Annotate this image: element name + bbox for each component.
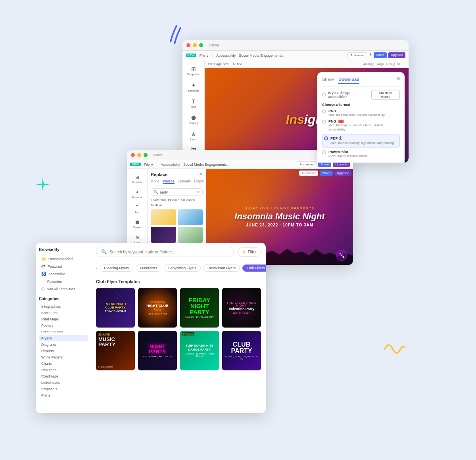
close-dot[interactable] [186, 43, 190, 47]
template-music[interactable]: 26 JUNE MUSICPARTY FREE ENTRY [96, 331, 135, 370]
file-menu[interactable]: File ∨ [200, 54, 209, 58]
sidebar-tool-text[interactable]: T Text [182, 96, 204, 111]
template-nightparty[interactable]: NIGHTPARTY $15 | FRIDAY, AUGUST 25 [138, 331, 177, 370]
tab-icons[interactable]: Icons [151, 179, 159, 184]
template-djnimoon[interactable]: DJ NIMOON NIGHT CLUB Party 24 & 25 AT: 8… [138, 288, 177, 328]
tab-uploads[interactable]: Uploads [178, 179, 191, 184]
w2-templates[interactable]: ⊞ Templates [127, 172, 147, 186]
cat-charts[interactable]: Charts [39, 360, 88, 367]
copy-icon[interactable]: ⧉ [397, 62, 400, 66]
all-text-link[interactable]: All text [232, 62, 242, 66]
replace-close-btn[interactable]: ✕ [199, 171, 203, 177]
file-menu-2[interactable]: File ∨ [144, 163, 154, 167]
accessibility-link-2[interactable]: Accessibility [161, 163, 180, 167]
template-friday[interactable]: FRIDAYNIGHTPARTY 10 AUGUST, 2024 FRIDAY [180, 288, 219, 328]
w2-text[interactable]: T Text [127, 202, 147, 216]
radio-pdf[interactable] [324, 136, 328, 140]
tab-photos[interactable]: Photos [163, 179, 175, 184]
cat-roadmaps[interactable]: Roadmaps [39, 373, 88, 380]
sidebar-tool-elements[interactable]: ✦ Elements [182, 80, 204, 94]
pill-fundraiser[interactable]: Fundraiser [136, 264, 161, 272]
dialog-close-btn[interactable]: ✕ [396, 75, 401, 82]
format-png[interactable]: PNG Ideal for small files. Limited acces… [322, 109, 400, 117]
check-issues-btn[interactable]: Check for issues [371, 90, 400, 100]
pill-club[interactable]: Club Flyers [242, 264, 266, 272]
cat-infographics[interactable]: Infographics [39, 303, 88, 310]
sidebar-favorites[interactable]: ♡ Favorites [39, 278, 88, 285]
group-btn[interactable]: Group [386, 62, 395, 66]
sidebar-all-templates[interactable]: ⊞ See All Templates [39, 285, 88, 293]
minimize-dot[interactable] [193, 43, 197, 47]
autoasset-btn[interactable]: Autoasset [347, 52, 367, 58]
replace-search-input[interactable] [160, 190, 195, 194]
cat-posters[interactable]: Posters [39, 322, 88, 329]
pill-babysitting[interactable]: Babysitting Flyers [164, 264, 201, 272]
maximize-dot-2[interactable] [144, 153, 148, 157]
search-input-main[interactable] [109, 250, 229, 254]
share-tab[interactable]: Share [322, 77, 334, 84]
edit-page-size[interactable]: Edit Page Size [208, 62, 228, 66]
clear-search-icon[interactable]: ✕ [197, 190, 200, 194]
autoasset-btn-2[interactable]: Autoasset [297, 161, 317, 167]
template-clubparty[interactable]: CLUBPaRTY 15 DEC, 2020 · DJ QUEEN · 10 P… [222, 331, 261, 370]
pill-cleaning[interactable]: Cleaning Flyers [100, 264, 133, 272]
filter-finance[interactable]: Finance [168, 198, 179, 202]
format-pdf[interactable]: PDF ⓘ Ideal for accessibility, hyperlink… [322, 134, 400, 147]
search-box[interactable]: 🔍 [96, 247, 234, 257]
social-media-link[interactable]: Social Media Engagements... [239, 54, 285, 58]
cat-mindmaps[interactable]: Mind Maps [39, 316, 88, 322]
more-icon[interactable]: ⋯ [402, 62, 405, 66]
accessibility-link[interactable]: Accessibility [216, 54, 236, 58]
minimize-dot-2[interactable] [137, 153, 141, 157]
filter-leadership[interactable]: Leadership [151, 198, 167, 202]
cat-diagrams[interactable]: Diagrams [39, 341, 88, 348]
close-dot-2[interactable] [131, 153, 135, 157]
format-png-premium[interactable]: PNG 🔴 Ideal for large or complex files. … [322, 119, 400, 132]
template-tgif[interactable]: Premium TGIF Smash HitsDance Party DJ Dl… [180, 331, 219, 370]
sidebar-recommended[interactable]: ⭐ Recommended [39, 255, 88, 263]
sidebar-tool-templates[interactable]: ⊞ Templates [182, 63, 204, 78]
arrange-btn[interactable]: Arrange [363, 62, 374, 66]
photo-thumb-4[interactable] [178, 227, 203, 243]
cat-plans[interactable]: Plans [39, 392, 88, 399]
cat-brochures[interactable]: Brochures [39, 310, 88, 316]
replace-search-box[interactable]: 🔍 ✕ [151, 188, 203, 196]
sidebar-accessible[interactable]: ♿ Accessible [39, 270, 88, 278]
cat-resumes[interactable]: Resumes [39, 367, 88, 373]
download-tab[interactable]: Download [338, 77, 359, 84]
format-powerpoint[interactable]: PowerPoint Download to present offline. [322, 150, 400, 158]
autoasset-2[interactable]: Autoasset [299, 171, 318, 176]
radio-png-premium[interactable] [322, 120, 326, 124]
align-btn[interactable]: Align [377, 62, 384, 66]
radio-powerpoint[interactable] [322, 150, 326, 154]
w2-elements[interactable]: ✦ Elements [127, 187, 147, 201]
photo-thumb-1[interactable] [151, 209, 176, 225]
cat-proposals[interactable]: Proposals [39, 386, 88, 392]
tab-logos[interactable]: Logos [194, 179, 204, 184]
share-btn-canvas2[interactable]: Share [320, 171, 333, 176]
sidebar-tool-shapes[interactable]: ⬟ Shapes [182, 112, 204, 127]
w2-shapes[interactable]: ⬟ Shapes [127, 217, 147, 231]
sidebar-featured[interactable]: 🏷 Featured [39, 263, 88, 270]
template-valentine[interactable]: THE VALENTINE'S NIGHT Valentine Party FR… [222, 288, 261, 328]
filter-button[interactable]: ⚡ Filter [237, 247, 261, 257]
photo-thumb-2[interactable] [178, 209, 203, 225]
pill-restaurant[interactable]: Restaurant Flyers [203, 264, 240, 272]
cat-presentations[interactable]: Presentations [39, 329, 88, 335]
cat-whitepapers[interactable]: White Papers [39, 354, 88, 360]
cat-flyers[interactable]: Flyers [39, 335, 88, 341]
prev-arrow[interactable]: ‹ [96, 266, 97, 270]
upgrade-btn-toolbar[interactable]: Upgrade [388, 52, 405, 58]
filter-education[interactable]: Education [181, 198, 195, 202]
cat-letterheads[interactable]: Letterheads [39, 380, 88, 386]
upgrade-btn-canvas2[interactable]: Upgrade [334, 171, 351, 176]
radio-png[interactable] [322, 109, 326, 113]
photo-thumb-3[interactable] [151, 227, 176, 243]
template-retro[interactable]: RETRO NIGHTCLUB PARTYFRIDAY, JUNE 8 [96, 288, 135, 328]
social-media-link-2[interactable]: Social Media Engagements... [183, 163, 230, 167]
filter-medical[interactable]: Medical [151, 203, 162, 207]
cat-reports[interactable]: Reports [39, 348, 88, 354]
sidebar-tool-icons[interactable]: ⊕ Icons [182, 128, 204, 143]
share-btn-toolbar[interactable]: Share [374, 52, 387, 58]
maximize-dot[interactable] [199, 43, 203, 47]
